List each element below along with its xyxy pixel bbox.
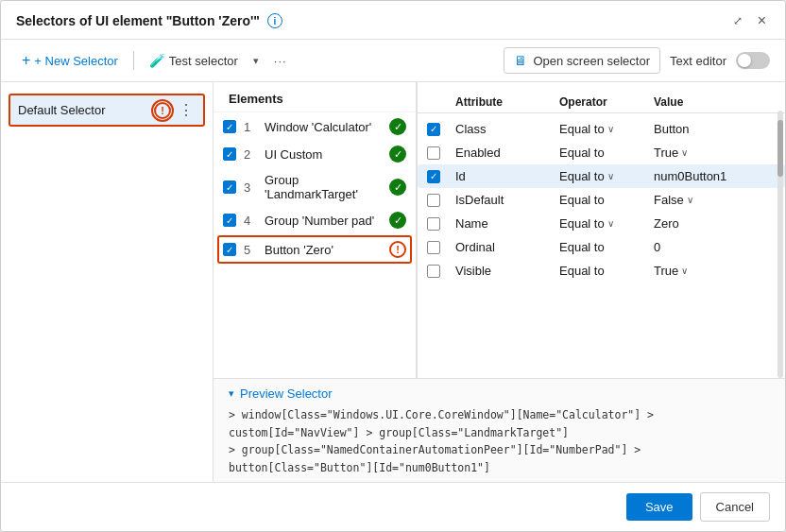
text-editor-toggle[interactable] <box>736 52 770 69</box>
element-checkbox[interactable]: ✓ <box>223 214 236 227</box>
attribute-checkbox[interactable] <box>427 146 440 160</box>
attribute-row[interactable]: OrdinalEqual to0 <box>418 235 785 259</box>
preview-line-1: > window[Class="Windows.UI.Core.CoreWind… <box>229 406 770 441</box>
value-dropdown-arrow[interactable]: ∨ <box>681 147 688 158</box>
col-value-header: Value <box>654 95 776 109</box>
attribute-value[interactable]: False ∨ <box>654 193 776 207</box>
save-button[interactable]: Save <box>626 493 692 521</box>
dialog-title: Selectors of UI element "Button 'Zero'" <box>16 13 260 28</box>
attribute-row[interactable]: IsDefaultEqual toFalse ∨ <box>418 188 785 212</box>
element-checkbox[interactable]: ✓ <box>223 147 236 161</box>
selector-warning-icon: ! <box>154 102 171 119</box>
attribute-operator: Equal to <box>559 146 654 160</box>
close-button[interactable]: × <box>754 10 770 31</box>
preview-code: > window[Class="Windows.UI.Core.CoreWind… <box>229 406 770 476</box>
preview-header[interactable]: ▾ Preview Selector <box>229 386 770 401</box>
element-row[interactable]: ✓2UI Custom✓ <box>217 141 412 167</box>
attribute-row[interactable]: VisibleEqual toTrue ∨ <box>418 259 785 283</box>
attribute-value[interactable]: True ∨ <box>654 264 776 278</box>
attribute-checkbox[interactable]: ✓ <box>427 170 440 183</box>
test-selector-dropdown[interactable]: ▾ <box>249 51 263 71</box>
attribute-checkbox[interactable] <box>427 194 440 207</box>
plus-icon: + <box>22 52 30 69</box>
element-number: 4 <box>244 214 257 228</box>
footer: Save Cancel <box>1 482 785 531</box>
title-bar: Selectors of UI element "Button 'Zero'" … <box>1 1 785 40</box>
col-operator-header: Operator <box>559 95 654 109</box>
main-area: Default Selector ! ⋮ Elements ✓1Window '… <box>1 82 785 482</box>
element-row[interactable]: ✓1Window 'Calculator'✓ <box>217 113 412 140</box>
element-checkbox[interactable]: ✓ <box>223 180 236 194</box>
selector-item-default[interactable]: Default Selector ! ⋮ <box>9 94 205 127</box>
attribute-operator: Equal to <box>559 240 654 254</box>
element-row[interactable]: ✓3Group 'LandmarkTarget'✓ <box>217 168 412 206</box>
attribute-name: Class <box>455 122 559 136</box>
attribute-value: num0Button1 <box>654 169 776 183</box>
scrollbar-thumb[interactable] <box>777 120 783 177</box>
col-attribute-header: Attribute <box>455 95 559 109</box>
info-icon[interactable]: i <box>267 13 282 28</box>
attribute-value: Zero <box>654 216 776 231</box>
attribute-row[interactable]: ✓ClassEqual to ∨Button <box>418 117 785 141</box>
attribute-name: Id <box>455 169 559 183</box>
value-dropdown-arrow[interactable]: ∨ <box>681 266 688 276</box>
selector-more-dots[interactable]: ⋮ <box>177 101 196 119</box>
element-row[interactable]: ✓5Button 'Zero'! <box>217 235 412 264</box>
operator-dropdown-arrow[interactable]: ∨ <box>607 171 614 181</box>
attribute-checkbox[interactable]: ✓ <box>427 123 440 136</box>
attribute-row[interactable]: ✓IdEqual to ∨num0Button1 <box>418 164 785 188</box>
attribute-name: Visible <box>455 264 559 278</box>
element-number: 1 <box>244 120 257 134</box>
text-editor-label: Text editor <box>670 54 726 68</box>
attribute-name: Name <box>455 216 559 231</box>
attribute-checkbox[interactable] <box>427 265 440 278</box>
test-selector-label: Test selector <box>169 54 238 68</box>
element-row[interactable]: ✓4Group 'Number pad'✓ <box>217 207 412 233</box>
operator-dropdown-arrow[interactable]: ∨ <box>607 218 614 229</box>
flask-icon: 🧪 <box>149 53 165 68</box>
operator-dropdown-arrow[interactable]: ∨ <box>607 124 614 134</box>
toolbar-divider <box>133 51 134 70</box>
attributes-header-row: Attribute Operator Value <box>418 92 785 113</box>
attribute-value: 0 <box>654 240 776 254</box>
element-status-ok-icon: ✓ <box>389 212 406 229</box>
dialog: Selectors of UI element "Button 'Zero'" … <box>0 0 786 532</box>
attribute-row[interactable]: EnabledEqual toTrue ∨ <box>418 141 785 164</box>
attribute-checkbox[interactable] <box>427 241 440 254</box>
element-name: UI Custom <box>265 147 382 162</box>
scrollbar-track[interactable] <box>777 111 783 378</box>
element-status-ok-icon: ✓ <box>389 179 406 196</box>
minimize-button[interactable]: ⤢ <box>729 12 746 29</box>
cancel-button[interactable]: Cancel <box>700 492 770 522</box>
attribute-checkbox[interactable] <box>427 217 440 231</box>
value-dropdown-arrow[interactable]: ∨ <box>687 195 693 205</box>
attribute-rows-container: ✓ClassEqual to ∨ButtonEnabledEqual toTru… <box>418 117 785 283</box>
more-options-button[interactable]: ··· <box>268 50 293 72</box>
element-number: 2 <box>244 147 257 162</box>
preview-title: Preview Selector <box>240 386 333 401</box>
element-checkbox[interactable]: ✓ <box>223 243 236 256</box>
attribute-row[interactable]: NameEqual to ∨Zero <box>418 212 785 235</box>
element-checkbox[interactable]: ✓ <box>223 120 236 133</box>
attributes-panel: Attribute Operator Value ✓ClassEqual to … <box>417 82 785 378</box>
attribute-operator[interactable]: Equal to ∨ <box>559 122 654 136</box>
element-name: Button 'Zero' <box>265 243 382 257</box>
title-bar-left: Selectors of UI element "Button 'Zero'" … <box>16 13 282 28</box>
preview-section: ▾ Preview Selector > window[Class="Windo… <box>214 378 785 482</box>
new-selector-button[interactable]: + + New Selector <box>16 48 124 73</box>
selector-panel: Default Selector ! ⋮ <box>1 82 214 482</box>
attribute-name: Enabled <box>455 146 559 160</box>
attribute-operator[interactable]: Equal to ∨ <box>559 216 654 231</box>
elements-list: ✓1Window 'Calculator'✓✓2UI Custom✓✓3Grou… <box>214 112 416 378</box>
attribute-value[interactable]: True ∨ <box>654 146 776 160</box>
element-status-warning-icon: ! <box>389 241 406 258</box>
attribute-operator[interactable]: Equal to ∨ <box>559 169 654 183</box>
element-status-ok-icon: ✓ <box>389 146 406 163</box>
element-name: Window 'Calculator' <box>265 120 382 134</box>
monitor-icon: 🖥 <box>514 53 527 68</box>
test-selector-button[interactable]: 🧪 Test selector <box>144 49 244 72</box>
elements-panel: Elements ✓1Window 'Calculator'✓✓2UI Cust… <box>214 82 417 378</box>
toolbar-left: + + New Selector 🧪 Test selector ▾ ··· <box>16 48 293 73</box>
selector-item-name: Default Selector <box>18 103 106 117</box>
open-screen-selector-button[interactable]: 🖥 Open screen selector <box>504 47 660 74</box>
